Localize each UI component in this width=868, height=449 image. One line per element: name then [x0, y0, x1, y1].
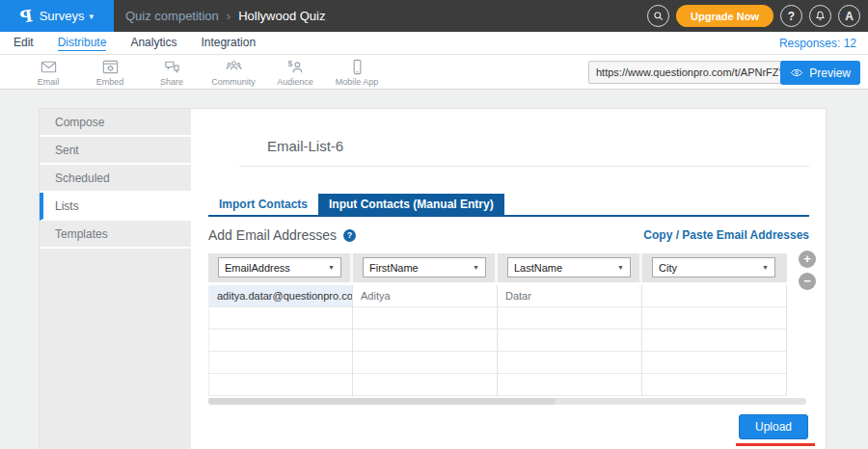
cell-city[interactable] — [642, 307, 787, 330]
list-name-title: Email-List-6 — [267, 138, 343, 154]
toolbar-item-mobile-app[interactable]: Mobile App — [326, 58, 388, 87]
section-title-wrap: Add Email Addresses ? — [208, 227, 356, 243]
help-tooltip-icon[interactable]: ? — [343, 229, 356, 242]
toolbar-item-audience[interactable]: $ Audience — [264, 58, 326, 87]
table-row — [208, 330, 787, 352]
email-lists-panel: Compose Sent Scheduled Lists Templates E… — [39, 108, 827, 449]
survey-url-input[interactable] — [596, 66, 778, 78]
copy-paste-email-link[interactable]: Copy / Paste Email Addresses — [643, 228, 809, 242]
community-icon — [225, 58, 243, 76]
cell-email[interactable]: aditya.datar@questionpro.com — [208, 285, 353, 307]
tab-input-contacts-manual[interactable]: Input Contacts (Manual Entry) — [318, 194, 504, 215]
cell-city[interactable] — [642, 285, 787, 307]
preview-label: Preview — [809, 66, 851, 80]
add-row-button[interactable]: + — [799, 251, 816, 268]
share-icon — [163, 58, 181, 76]
sidebar-item-compose[interactable]: Compose — [40, 109, 191, 137]
cell-lastname[interactable]: Datar — [498, 285, 642, 307]
sidebar-item-label: Templates — [55, 227, 108, 241]
tab-import-contacts[interactable]: Import Contacts — [208, 194, 318, 215]
title-divider — [239, 166, 809, 167]
cell-lastname[interactable] — [498, 307, 642, 330]
survey-url-field: ✎ — [588, 61, 794, 84]
grid-body: aditya.datar@questionpro.com Aditya Data… — [208, 285, 787, 396]
cell-firstname[interactable]: Aditya — [353, 285, 498, 307]
questionpro-logo-icon: P — [19, 6, 34, 27]
toolbar-item-embed[interactable]: Embed — [79, 58, 141, 87]
tab-integration[interactable]: Integration — [201, 36, 256, 50]
sidebar-item-label: Sent — [55, 144, 79, 157]
horizontal-scrollbar[interactable] — [208, 398, 806, 405]
cell-lastname[interactable] — [498, 374, 642, 396]
account-avatar[interactable]: A — [838, 5, 860, 27]
embed-icon — [101, 58, 120, 76]
topbar-actions: Upgrade Now ? A — [647, 5, 868, 27]
table-row — [208, 352, 787, 374]
responses-count[interactable]: Responses: 12 — [779, 37, 856, 50]
scrollbar-thumb[interactable] — [208, 398, 556, 405]
chevron-down-icon: ▾ — [90, 12, 95, 21]
contacts-grid: EmailAddress▼ FirstName▼ LastName▼ City▼ — [208, 253, 787, 396]
search-button[interactable] — [647, 5, 669, 27]
select-value: EmailAddress — [225, 262, 290, 274]
audience-icon: $ — [286, 58, 305, 76]
cell-lastname[interactable] — [498, 330, 642, 352]
mobile-app-icon — [348, 58, 366, 76]
toolbar-item-community[interactable]: Community — [203, 58, 264, 87]
cell-email[interactable] — [208, 374, 353, 396]
topbar: P Surveys ▾ Quiz competition › Hollywood… — [0, 0, 868, 32]
cell-city[interactable] — [642, 374, 787, 396]
tab-distribute[interactable]: Distribute — [58, 36, 107, 51]
cell-email[interactable] — [208, 307, 353, 330]
sidebar-item-lists[interactable]: Lists — [40, 193, 191, 221]
column-select-lastname[interactable]: LastName▼ — [507, 257, 631, 277]
sidebar-item-label: Scheduled — [55, 172, 110, 185]
eye-icon — [790, 66, 803, 79]
annotation-red-underline — [736, 443, 815, 446]
breadcrumb-separator-icon: › — [227, 9, 231, 23]
toolbar-item-email[interactable]: Email — [17, 58, 79, 87]
email-sidebar: Compose Sent Scheduled Lists Templates — [40, 109, 191, 449]
select-caret-icon: ▼ — [473, 264, 479, 271]
distribute-toolbar: Email Embed Share Community $ Audience M… — [0, 55, 868, 90]
toolbar-label: Audience — [277, 77, 313, 87]
cell-firstname[interactable] — [353, 330, 498, 352]
breadcrumb-folder[interactable]: Quiz competition — [125, 9, 219, 23]
sidebar-item-scheduled[interactable]: Scheduled — [40, 165, 191, 193]
preview-button[interactable]: Preview — [780, 61, 860, 85]
column-select-city[interactable]: City▼ — [652, 257, 775, 277]
header-cell-lastname: LastName▼ — [498, 253, 642, 282]
header-cell-city: City▼ — [642, 253, 787, 282]
select-caret-icon: ▼ — [617, 264, 624, 271]
column-select-firstname[interactable]: FirstName▼ — [363, 257, 486, 277]
sidebar-item-templates[interactable]: Templates — [40, 221, 191, 249]
column-select-emailaddress[interactable]: EmailAddress▼ — [218, 257, 341, 277]
table-row: aditya.datar@questionpro.com Aditya Data… — [208, 285, 787, 307]
cell-firstname[interactable] — [353, 307, 498, 330]
toolbar-label: Share — [160, 77, 183, 87]
select-caret-icon: ▼ — [762, 264, 769, 271]
grid-header: EmailAddress▼ FirstName▼ LastName▼ City▼ — [208, 253, 787, 282]
search-icon — [652, 10, 665, 22]
upload-button[interactable]: Upload — [739, 414, 808, 439]
remove-row-button[interactable]: − — [799, 273, 816, 290]
toolbar-label: Email — [38, 77, 60, 87]
surveys-menu-button[interactable]: P Surveys ▾ — [0, 0, 114, 32]
cell-email[interactable] — [208, 352, 353, 374]
tab-analytics[interactable]: Analytics — [130, 36, 176, 50]
notifications-button[interactable] — [809, 5, 831, 27]
survey-nav: Edit Distribute Analytics Integration Re… — [0, 32, 868, 55]
cell-firstname[interactable] — [353, 374, 498, 396]
cell-city[interactable] — [642, 330, 787, 352]
select-caret-icon: ▼ — [328, 264, 335, 271]
cell-email[interactable] — [208, 330, 353, 352]
sidebar-item-sent[interactable]: Sent — [40, 137, 191, 165]
cell-lastname[interactable] — [498, 352, 642, 374]
upgrade-now-button[interactable]: Upgrade Now — [676, 5, 773, 27]
toolbar-item-share[interactable]: Share — [141, 58, 203, 87]
help-button[interactable]: ? — [780, 5, 802, 27]
tab-edit[interactable]: Edit — [14, 36, 34, 50]
toolbar-label: Mobile App — [336, 77, 379, 87]
cell-city[interactable] — [642, 352, 787, 374]
cell-firstname[interactable] — [353, 352, 498, 374]
